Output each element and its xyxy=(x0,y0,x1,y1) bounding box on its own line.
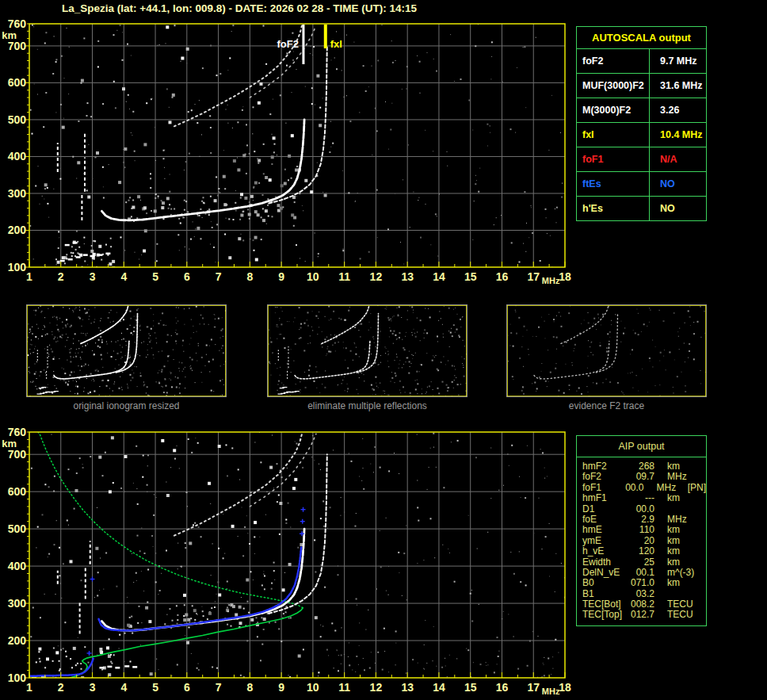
svg-text:400: 400 xyxy=(8,560,27,572)
svg-text:5: 5 xyxy=(152,270,158,283)
aip-param-unit: MHz xyxy=(643,483,687,493)
svg-text:10: 10 xyxy=(307,270,319,283)
aip-row: D100.0 xyxy=(582,504,706,514)
param-label: foF2 xyxy=(577,49,650,73)
aip-param-label: Ewidth xyxy=(582,557,628,568)
svg-text:16: 16 xyxy=(496,681,509,694)
param-value: 9.7 MHz xyxy=(650,49,706,73)
svg-text:700: 700 xyxy=(8,448,27,461)
aip-param-label: B1 xyxy=(582,589,628,599)
svg-text:6: 6 xyxy=(184,270,190,283)
svg-text:760: 760 xyxy=(8,17,27,30)
aip-param-value: 2.9 xyxy=(628,514,654,525)
aip-param-unit: km xyxy=(654,546,704,557)
svg-text:1: 1 xyxy=(26,681,32,694)
svg-text:2: 2 xyxy=(58,270,64,283)
svg-text:300: 300 xyxy=(8,187,27,200)
svg-text:1: 1 xyxy=(26,270,32,283)
thumbnail-caption: evidence F2 trace xyxy=(506,400,707,411)
aip-row: TEC[Top]012.7TECU xyxy=(582,610,706,620)
aip-param-label: hmE xyxy=(582,525,628,535)
aip-param-label: ymE xyxy=(582,536,628,546)
svg-text:500: 500 xyxy=(8,522,27,535)
aip-param-unit: km xyxy=(654,536,704,546)
thumbnail-eliminate-reflections-plot xyxy=(268,305,467,396)
ionogram-plot-main: foF2fxI123456789101112131415161718MHz760… xyxy=(0,0,578,295)
thumbnail-caption: eliminate multiple reflections xyxy=(267,400,467,411)
aip-param-label: B0 xyxy=(582,578,628,588)
aip-row: h_vE120km xyxy=(582,546,706,557)
aip-param-unit: MHz xyxy=(654,472,704,482)
table-row-ftes: ftEs NO xyxy=(577,172,706,197)
table-row-fof2: foF2 9.7 MHz xyxy=(577,49,706,74)
aip-param-value: 110 xyxy=(628,525,654,535)
svg-text:9: 9 xyxy=(278,681,284,694)
aip-param-unit: m^(-3) xyxy=(654,568,704,578)
svg-text:9: 9 xyxy=(278,270,284,283)
aip-param-label: TEC[Top] xyxy=(582,610,628,620)
svg-text:km: km xyxy=(2,29,17,41)
autoscala-output-table: AUTOSCALA output foF2 9.7 MHz MUF(3000)F… xyxy=(576,26,707,221)
thumbnail-eliminate-reflections xyxy=(267,304,467,397)
param-value: NO xyxy=(650,172,706,196)
ionogram-plot-profile: 123456789101112131415161718MHz7607006005… xyxy=(0,424,578,700)
aip-param-label: D1 xyxy=(582,504,628,514)
table-row-m3000f2: M(3000)F2 3.26 xyxy=(577,98,706,123)
aip-param-value: 071.0 xyxy=(628,578,654,588)
param-label: MUF(3000)F2 xyxy=(577,74,650,98)
svg-text:11: 11 xyxy=(338,681,350,694)
svg-text:15: 15 xyxy=(464,270,477,283)
svg-text:400: 400 xyxy=(8,150,27,163)
aip-param-value: 03.2 xyxy=(628,589,654,599)
param-label: foF1 xyxy=(577,147,650,171)
svg-text:km: km xyxy=(2,438,17,449)
aip-param-label: hmF1 xyxy=(582,493,628,503)
param-value: N/A xyxy=(650,147,706,171)
aip-param-suffix: [PN] xyxy=(688,483,706,493)
param-label: fxI xyxy=(577,123,650,147)
svg-text:16: 16 xyxy=(496,270,509,283)
aip-row: ymE20km xyxy=(582,536,706,546)
aip-param-unit xyxy=(654,504,704,514)
svg-text:7: 7 xyxy=(216,681,222,694)
param-value: 10.4 MHz xyxy=(650,123,706,147)
aip-param-label: DelN_vE xyxy=(582,568,628,578)
svg-text:12: 12 xyxy=(370,681,383,694)
aip-param-label: foE xyxy=(582,514,628,525)
aip-param-label: foF1 xyxy=(582,483,621,493)
svg-text:600: 600 xyxy=(8,485,27,498)
svg-text:200: 200 xyxy=(8,634,27,647)
thumbnail-evidence-f2-trace-plot xyxy=(507,305,706,396)
svg-text:13: 13 xyxy=(401,270,414,283)
svg-text:7: 7 xyxy=(216,270,222,283)
param-value: 3.26 xyxy=(650,98,706,122)
aip-row: hmF2268km xyxy=(582,461,706,472)
aip-param-value: 008.2 xyxy=(628,599,654,610)
svg-text:4: 4 xyxy=(120,681,127,694)
svg-text:MHz: MHz xyxy=(542,276,560,285)
svg-text:14: 14 xyxy=(433,681,445,694)
thumbnail-original-ionogram xyxy=(26,304,227,397)
param-label: h'Es xyxy=(577,197,650,220)
svg-text:500: 500 xyxy=(8,113,27,126)
table-row-fof1: foF1 N/A xyxy=(577,147,706,172)
aip-param-value: 25 xyxy=(628,557,654,568)
marker-label-foF2: foF2 xyxy=(277,38,298,50)
svg-text:3: 3 xyxy=(90,681,96,694)
svg-text:14: 14 xyxy=(433,270,445,283)
param-value: 31.6 MHz xyxy=(650,74,706,98)
svg-text:12: 12 xyxy=(370,270,383,283)
svg-text:100: 100 xyxy=(8,261,27,273)
aip-param-unit xyxy=(654,589,704,599)
aip-row: DelN_vE00.1m^(-3) xyxy=(582,568,706,578)
thumbnail-evidence-f2-trace xyxy=(506,304,707,397)
svg-text:8: 8 xyxy=(246,270,253,283)
svg-text:17: 17 xyxy=(527,270,540,283)
aip-param-value: 120 xyxy=(628,546,654,557)
svg-text:6: 6 xyxy=(184,681,190,694)
aip-row: foE2.9MHz xyxy=(582,514,706,525)
marker-label-fxI: fxI xyxy=(330,38,342,50)
svg-text:4: 4 xyxy=(120,270,127,283)
aip-param-label: h_vE xyxy=(582,546,628,557)
svg-text:300: 300 xyxy=(8,597,27,610)
